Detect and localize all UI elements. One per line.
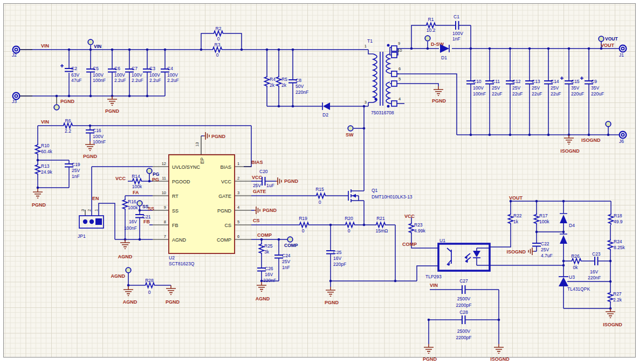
net-label-vcc-r23[interactable]: VCC [404,214,415,219]
testpoint-vout[interactable]: VOUT [599,36,618,42]
svg-text:0: 0 [217,36,220,42]
svg-text:R28: R28 [145,278,154,283]
svg-text:COMP: COMP [284,243,298,248]
net-label-vin-c27[interactable]: VIN [430,283,438,288]
svg-text:22uF: 22uF [492,91,502,97]
schematic-canvas: J2 J3 VIN VIN PGND PGND C263V47uF C5100V… [0,0,639,364]
svg-text:7: 7 [164,234,166,239]
svg-text:220nF: 220nF [296,90,308,95]
svg-text:D2: D2 [322,112,328,118]
svg-text:100V: 100V [149,72,160,78]
sheet-border [4,4,636,358]
net-label-comp-u1[interactable]: COMP [402,242,417,247]
svg-text:1k: 1k [513,219,519,224]
resistor-r5[interactable]: R52k [277,75,288,88]
svg-text:R22: R22 [513,213,522,218]
svg-text:1: 1 [94,209,99,211]
svg-text:3: 3 [80,209,85,211]
svg-text:AGND: AGND [256,296,270,301]
svg-text:1nF: 1nF [72,174,80,179]
svg-text:C24: C24 [282,253,291,258]
svg-text:4: 4 [237,205,239,210]
svg-text:1: 1 [365,44,367,49]
svg-text:PGND: PGND [325,300,339,305]
svg-text:10: 10 [397,48,402,53]
svg-text:C4: C4 [167,66,173,71]
svg-text:R20: R20 [345,216,353,221]
svg-text:R27: R27 [613,291,622,297]
net-label-vout-top[interactable]: VOUT [601,43,615,48]
svg-text:220nF: 220nF [263,278,276,283]
svg-text:R16: R16 [128,199,136,204]
net-label-vout-fb[interactable]: VOUT [509,195,523,201]
svg-text:6: 6 [237,234,239,239]
svg-text:100V: 100V [167,72,178,78]
svg-text:R25: R25 [264,243,273,249]
svg-text:FB: FB [172,223,178,228]
svg-text:25V: 25V [282,259,290,264]
svg-text:100k: 100k [132,184,142,189]
net-label-isognd-j6[interactable]: ISOGND [581,138,601,143]
svg-text:C11: C11 [492,79,500,84]
net-label-pg[interactable]: PG [152,177,159,182]
net-label-vin-2[interactable]: VIN [41,119,49,125]
svg-text:100nF: 100nF [93,139,106,145]
svg-text:C25: C25 [333,250,342,255]
svg-text:11: 11 [162,176,166,181]
svg-text:BIAS: BIAS [220,164,231,170]
svg-text:2200pF: 2200pF [456,303,472,308]
net-label-fb[interactable]: FB [143,219,150,224]
svg-text:2k: 2k [270,83,275,88]
svg-text:24.9k: 24.9k [41,169,53,175]
svg-text:PGND: PGND [284,178,299,184]
net-label-en[interactable]: EN [92,196,99,201]
net-label-bias[interactable]: BIAS [251,160,263,165]
svg-text:47uF: 47uF [71,78,81,83]
svg-text:PGND: PGND [32,202,46,208]
net-label-fa[interactable]: FA [133,190,139,195]
svg-text:9: 9 [164,205,166,210]
svg-text:100nF: 100nF [124,225,137,231]
svg-text:C23: C23 [592,251,601,257]
ic-u2[interactable]: 12 11 10 9 8 7 UVLO/SYNC PGOOD RT SS FB … [162,142,240,266]
svg-text:D1: D1 [441,55,447,60]
svg-text:0: 0 [302,228,305,233]
svg-text:25V: 25V [72,168,80,173]
svg-text:PGND: PGND [432,98,446,104]
net-label-vin[interactable]: VIN [41,43,49,49]
svg-text:C3: C3 [149,66,155,71]
net-label-ss[interactable]: SS [148,206,154,211]
svg-text:R13: R13 [41,163,50,169]
svg-text:PGND: PGND [105,108,120,114]
svg-text:VCC: VCC [221,179,232,184]
svg-text:J1: J1 [619,52,624,58]
testpoint-isognd[interactable] [606,121,611,127]
svg-text:R10: R10 [41,143,50,148]
svg-text:COMP: COMP [217,237,231,243]
svg-text:2.2uF: 2.2uF [167,78,179,83]
svg-text:C5: C5 [93,66,99,71]
resistor-r4[interactable]: R42k [265,75,276,88]
svg-text:16V: 16V [265,272,273,277]
svg-text:35V: 35V [591,85,599,91]
svg-text:2: 2 [237,176,239,181]
svg-text:1uF: 1uF [266,183,274,188]
net-label-cs[interactable]: CS [253,218,260,223]
svg-text:12: 12 [162,161,166,166]
port-j3-label: J3 [12,99,17,104]
net-label-gate[interactable]: GATE [253,189,266,194]
q1-ref: Q1 [372,188,378,193]
svg-text:PGND: PGND [263,208,277,213]
svg-text:C19: C19 [72,162,80,167]
svg-text:R23: R23 [414,222,423,228]
svg-text:25V: 25V [512,85,520,91]
svg-text:C9: C9 [591,79,597,84]
svg-text:2: 2 [87,209,92,211]
svg-text:50V: 50V [296,84,304,89]
net-label-vcc-c20[interactable]: VCC [252,175,263,180]
svg-text:C15: C15 [571,79,580,84]
svg-text:UVLO/SYNC: UVLO/SYNC [172,164,201,170]
net-label-vcc-r14[interactable]: VCC [115,176,126,181]
net-label-comp[interactable]: COMP [257,232,272,238]
svg-text:3: 3 [237,190,239,195]
